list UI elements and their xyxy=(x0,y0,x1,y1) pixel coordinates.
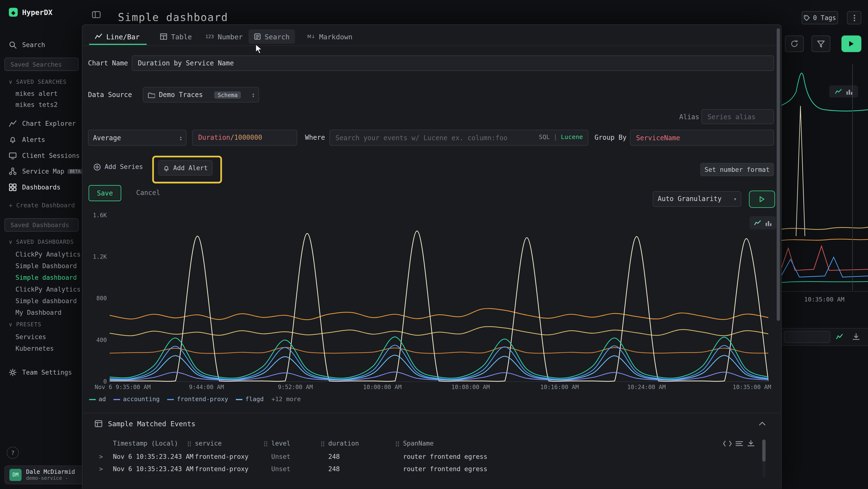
bar-chart-icon[interactable] xyxy=(766,220,772,226)
row-expand-chevron[interactable]: > xyxy=(99,465,103,472)
legend-dash-icon xyxy=(236,399,243,400)
sidebar-item-dashboards[interactable]: Dashboards xyxy=(0,181,83,194)
create-dashboard-button[interactable]: + Create Dashboard xyxy=(9,202,75,209)
drag-handle-icon[interactable] xyxy=(264,441,268,447)
sidebar-item-team-settings[interactable]: Team Settings xyxy=(0,366,83,379)
row-expand-chevron[interactable]: > xyxy=(99,453,103,461)
sidebar-item-chart-explorer[interactable]: Chart Explorer xyxy=(0,118,83,130)
drag-handle-icon[interactable] xyxy=(396,441,399,447)
run-chart-button[interactable] xyxy=(749,191,775,208)
sidebar-item-service-map[interactable]: Service Map BETA xyxy=(0,165,83,177)
lucene-option[interactable]: Lucene xyxy=(561,134,583,141)
events-table-header: Timestamp (Local)serviceleveldurationSpa… xyxy=(83,439,769,450)
saved-searches-header[interactable]: ∨ SAVED SEARCHES xyxy=(9,79,67,85)
brand[interactable]: ◆ HyperDX xyxy=(9,8,53,17)
x-tick-label: 9:44:00 AM xyxy=(189,383,224,390)
alias-input[interactable] xyxy=(702,109,774,124)
collapse-chevron-icon[interactable] xyxy=(759,422,766,426)
saved-search-item[interactable]: mikes alert xyxy=(16,89,82,98)
tab-active-underline xyxy=(89,44,147,45)
modal-scrollbar[interactable] xyxy=(777,26,780,488)
preset-item[interactable]: Services xyxy=(16,332,82,342)
saved-dashboard-item[interactable]: Simple dashboard xyxy=(16,296,82,306)
sql-option[interactable]: SQL xyxy=(539,134,550,141)
legend-more[interactable]: +12 more xyxy=(272,396,301,403)
saved-dashboard-item[interactable]: My Dashboard xyxy=(16,308,82,317)
drag-handle-icon[interactable] xyxy=(188,441,191,447)
chart-series-line xyxy=(110,345,768,379)
download-mini-icon[interactable] xyxy=(852,333,860,340)
sidebar-item-search[interactable]: Search xyxy=(0,39,83,51)
y-tick-label: 400 xyxy=(96,337,107,343)
tab-markdown[interactable]: M↓ Markdown xyxy=(302,29,358,44)
run-query-button[interactable] xyxy=(841,35,862,52)
chart-name-input[interactable] xyxy=(132,56,774,71)
saved-searches-input[interactable] xyxy=(4,58,79,71)
line-chart-icon[interactable] xyxy=(754,220,761,226)
field-expression-input[interactable]: Duration/1000000 xyxy=(192,130,297,146)
column-header[interactable]: level xyxy=(271,439,290,447)
saved-dashboards-header[interactable]: ∨ SAVED DASHBOARDS xyxy=(9,239,74,245)
chart-plot[interactable] xyxy=(110,215,768,382)
number-123-icon: 123 xyxy=(206,34,214,39)
table-icon xyxy=(95,420,102,427)
table-row[interactable]: >Nov 6 10:35:23.243 AMfrontend-proxyUnse… xyxy=(83,464,769,475)
add-series-button[interactable]: Add Series xyxy=(94,163,143,171)
legend-item[interactable]: frontend-proxy xyxy=(167,396,228,403)
group-by-input[interactable] xyxy=(630,130,774,146)
tags-button[interactable]: 0 Tags xyxy=(802,11,838,24)
background-toolbar-row xyxy=(780,328,868,346)
add-alert-button[interactable]: Add Alert xyxy=(158,160,213,176)
code-icon[interactable] xyxy=(723,440,732,447)
presets-header[interactable]: ∨ PRESETS xyxy=(9,321,41,327)
chart-series-line xyxy=(110,309,768,320)
legend-dash-icon xyxy=(114,399,120,400)
sidebar-item-alerts[interactable]: Alerts xyxy=(0,134,83,146)
tab-search[interactable]: Search xyxy=(249,29,295,44)
rows-icon[interactable] xyxy=(736,441,743,446)
legend-item[interactable]: accounting xyxy=(114,396,160,403)
save-button[interactable]: Save xyxy=(89,185,121,201)
more-menu-button[interactable] xyxy=(847,11,862,24)
saved-dashboard-item[interactable]: Simple Dashboard xyxy=(16,261,82,271)
cancel-button[interactable]: Cancel xyxy=(136,189,160,197)
legend-item[interactable]: ad xyxy=(89,396,106,403)
chart-mini-icon[interactable] xyxy=(836,333,843,340)
chart-series-line xyxy=(110,231,768,381)
data-source-select[interactable]: Demo Traces Schema ▴▾ xyxy=(143,87,259,102)
where-input-wrap: SQL | Lucene xyxy=(329,130,588,146)
legend-item[interactable]: flagd xyxy=(236,396,264,403)
filter-button[interactable] xyxy=(812,35,830,52)
table-cell: router frontend egress xyxy=(403,465,487,472)
saved-dashboards-input[interactable] xyxy=(4,219,79,232)
sample-events-header[interactable]: Sample Matched Events xyxy=(95,420,195,428)
column-header[interactable]: duration xyxy=(328,439,359,447)
saved-dashboard-item[interactable]: ClickPy Analytics xyxy=(16,249,82,259)
sidebar-collapse-button[interactable] xyxy=(92,11,101,18)
table-cell: 248 xyxy=(328,453,340,461)
background-input[interactable] xyxy=(784,331,830,343)
column-header[interactable]: Timestamp (Local) xyxy=(113,439,178,447)
granularity-select[interactable]: Auto Granularity ▾ xyxy=(653,191,741,207)
saved-search-item[interactable]: mikes tets2 xyxy=(16,100,82,110)
refresh-button[interactable] xyxy=(785,35,804,52)
download-icon[interactable] xyxy=(747,440,754,447)
help-button[interactable]: ? xyxy=(7,447,19,459)
chevron-down-icon: ∨ xyxy=(9,79,12,85)
saved-dashboard-item[interactable]: Simple dashboard xyxy=(16,273,82,283)
tab-number[interactable]: 123 Number xyxy=(200,29,248,44)
hyperdx-logo-icon: ◆ xyxy=(9,8,18,17)
language-toggle[interactable]: SQL | Lucene xyxy=(539,134,583,141)
table-row[interactable]: >Nov 6 10:35:23.243 AMfrontend-proxyUnse… xyxy=(83,452,769,463)
saved-dashboard-item[interactable]: ClickPy Analytics xyxy=(16,284,82,294)
sidebar-item-client-sessions[interactable]: Client Sessions xyxy=(0,150,83,162)
tab-table[interactable]: Table xyxy=(155,29,197,44)
column-header[interactable]: service xyxy=(195,439,222,447)
drag-handle-icon[interactable] xyxy=(321,441,324,447)
preset-item[interactable]: Kubernetes xyxy=(16,343,82,353)
chart-type-toggle[interactable] xyxy=(750,216,776,229)
set-number-format-button[interactable]: Set number format xyxy=(700,163,774,176)
aggregation-select[interactable]: Average ▴▾ xyxy=(88,130,187,146)
tab-line-bar[interactable]: Line/Bar xyxy=(89,29,145,44)
column-header[interactable]: SpanName xyxy=(403,439,434,447)
